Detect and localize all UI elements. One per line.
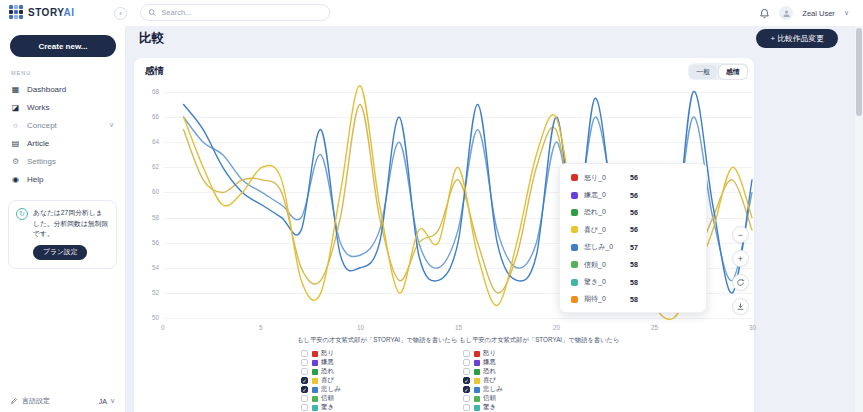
logo-grid-icon bbox=[9, 5, 23, 19]
chart-tooltip: 怒り_056嫌悪_056恐れ_056喜び_056悲しみ_057信頼_058驚き_… bbox=[559, 163, 707, 313]
y-tick-label: 66 bbox=[134, 113, 159, 120]
language-chevron-icon[interactable]: ∨ bbox=[110, 397, 115, 405]
legend-item: 信頼 bbox=[459, 394, 619, 403]
legend-item: ✓悲しみ bbox=[297, 385, 457, 394]
sidebar-item-label: Settings bbox=[27, 157, 56, 166]
menu-section-label: MENU bbox=[11, 70, 125, 76]
change-comparison-works-button[interactable]: + 比較作品変更 bbox=[756, 29, 838, 48]
plan-settings-button[interactable]: プラン設定 bbox=[33, 245, 87, 260]
legend-item: ✓喜び bbox=[459, 376, 619, 385]
topbar-right: Zeal User ∨ bbox=[759, 0, 849, 26]
legend-checkbox[interactable] bbox=[301, 350, 308, 357]
language-label: 言語設定 bbox=[22, 396, 50, 406]
notification-bell-icon[interactable] bbox=[759, 8, 770, 19]
legend-color-square bbox=[474, 360, 480, 366]
legend-color-square bbox=[312, 405, 318, 411]
page-title: 比較 bbox=[139, 30, 164, 47]
reset-view-button[interactable] bbox=[732, 274, 749, 291]
user-menu-chevron-icon[interactable]: ∨ bbox=[844, 9, 849, 17]
legend-item: ✓悲しみ bbox=[459, 385, 619, 394]
user-name[interactable]: Zeal User bbox=[802, 9, 835, 18]
legend-group-title: もし平安の才女紫式部が「STORYAI」で物語を書いたら bbox=[297, 336, 457, 345]
sidebar-collapse-icon[interactable]: ‹ bbox=[114, 7, 127, 20]
toggle-general[interactable]: 一般 bbox=[689, 65, 717, 79]
search-icon bbox=[148, 8, 156, 17]
zoom-out-button[interactable]: − bbox=[732, 226, 749, 243]
legend-checkbox[interactable] bbox=[301, 359, 308, 366]
series-color-dot bbox=[571, 261, 578, 268]
legend-checkbox[interactable]: ✓ bbox=[463, 386, 470, 393]
logo-text: STORYAI bbox=[28, 7, 74, 18]
legend-checkbox[interactable] bbox=[463, 368, 470, 375]
tooltip-series-value: 56 bbox=[630, 226, 638, 233]
main-content: 比較 + 比較作品変更 感情 一般 感情 6866646260585654525… bbox=[126, 26, 863, 412]
sidebar-item-help[interactable]: ◉Help bbox=[0, 170, 125, 188]
chart-card-title: 感情 bbox=[145, 65, 164, 78]
legend-item: 恐れ bbox=[297, 367, 457, 376]
legend-checkbox[interactable] bbox=[301, 404, 308, 411]
legend-checkbox[interactable] bbox=[463, 395, 470, 402]
legend-checkbox[interactable]: ✓ bbox=[301, 386, 308, 393]
legend-item-label: 悲しみ bbox=[321, 385, 341, 394]
toggle-emotion[interactable]: 感情 bbox=[719, 65, 747, 79]
sidebar-item-concept[interactable]: ○Concept∨ bbox=[0, 116, 125, 134]
zoom-in-button[interactable]: + bbox=[732, 250, 749, 267]
series-color-dot bbox=[571, 174, 578, 181]
tooltip-series-value: 58 bbox=[630, 279, 638, 286]
reset-icon bbox=[736, 278, 745, 287]
sidebar-item-article[interactable]: ▤Article bbox=[0, 134, 125, 152]
legend-item-label: 怒り bbox=[483, 349, 496, 358]
legend-checkbox[interactable] bbox=[463, 404, 470, 411]
settings-icon: ⚙ bbox=[11, 157, 20, 166]
tooltip-series-label: 恐れ_0 bbox=[584, 207, 630, 217]
legend-checkbox[interactable] bbox=[301, 395, 308, 402]
topbar: STORYAI ‹ Zeal User ∨ bbox=[0, 0, 863, 26]
legend-checkbox[interactable]: ✓ bbox=[463, 377, 470, 384]
legend-item-label: 驚き bbox=[483, 403, 496, 412]
legend-group-0: もし平安の才女紫式部が「STORYAI」で物語を書いたら怒り嫌悪恐れ✓喜び✓悲し… bbox=[297, 336, 457, 412]
chart-mode-toggle: 一般 感情 bbox=[688, 63, 748, 80]
dashboard-icon: ▦ bbox=[11, 85, 20, 94]
scrollbar-thumb[interactable] bbox=[856, 28, 862, 116]
sidebar-item-works[interactable]: ◪Works bbox=[0, 98, 125, 116]
legend-checkbox[interactable]: ✓ bbox=[301, 377, 308, 384]
series-color-dot bbox=[571, 226, 578, 233]
language-setting-row[interactable]: 言語設定 JA∨ bbox=[10, 396, 115, 406]
tooltip-series-label: 驚き_0 bbox=[584, 277, 630, 287]
create-new-button[interactable]: Create new... bbox=[10, 35, 116, 57]
chart-controls: − + bbox=[732, 226, 749, 315]
tooltip-series-value: 57 bbox=[630, 244, 638, 251]
legend-item-label: 悲しみ bbox=[483, 385, 503, 394]
series-color-dot bbox=[571, 296, 578, 303]
tooltip-row: 期待_058 bbox=[560, 291, 706, 308]
legend-color-square bbox=[312, 369, 318, 375]
sidebar: Create new... MENU ▦Dashboard◪Works○Conc… bbox=[0, 26, 126, 412]
sidebar-item-settings[interactable]: ⚙Settings bbox=[0, 152, 125, 170]
main-scrollbar[interactable] bbox=[855, 26, 863, 412]
tooltip-series-value: 58 bbox=[630, 261, 638, 268]
legend-item-label: 怒り bbox=[321, 349, 334, 358]
legend-item: 怒り bbox=[459, 349, 619, 358]
legend-checkbox[interactable] bbox=[463, 350, 470, 357]
legend-checkbox[interactable] bbox=[301, 368, 308, 375]
download-button[interactable] bbox=[732, 298, 749, 315]
tooltip-row: 怒り_056 bbox=[560, 169, 706, 186]
y-tick-label: 50 bbox=[134, 314, 159, 321]
usage-notice-icon: ↻ bbox=[16, 208, 28, 220]
app-logo[interactable]: STORYAI bbox=[9, 5, 74, 19]
legend-color-square bbox=[312, 378, 318, 384]
concept-icon: ○ bbox=[11, 121, 20, 130]
chevron-down-icon[interactable]: ∨ bbox=[109, 121, 114, 129]
search-box[interactable] bbox=[140, 4, 330, 21]
series-color-dot bbox=[571, 209, 578, 216]
user-avatar[interactable] bbox=[779, 6, 793, 20]
y-tick-label: 60 bbox=[134, 188, 159, 195]
legend-color-square bbox=[312, 387, 318, 393]
tooltip-series-value: 56 bbox=[630, 192, 638, 199]
sidebar-item-dashboard[interactable]: ▦Dashboard bbox=[0, 80, 125, 98]
search-input[interactable] bbox=[161, 8, 322, 17]
legend-item-label: 喜び bbox=[321, 376, 334, 385]
legend-item: 驚き bbox=[459, 403, 619, 412]
legend-color-square bbox=[474, 351, 480, 357]
legend-checkbox[interactable] bbox=[463, 359, 470, 366]
